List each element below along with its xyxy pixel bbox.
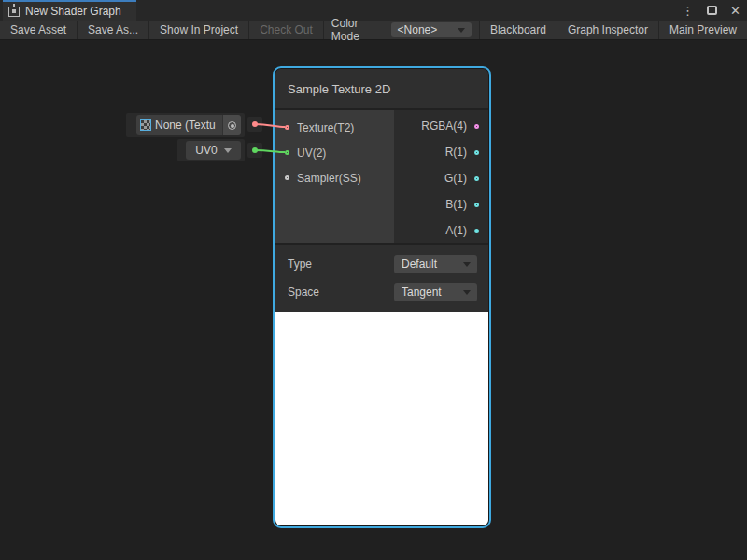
uv-edge-stub (247, 143, 262, 158)
texture-object-field[interactable]: None (Textu (136, 115, 241, 135)
save-as-button[interactable]: Save As... (78, 21, 149, 39)
window-menu-icon[interactable]: ⋮ (682, 5, 694, 17)
texture-edge-dot (252, 121, 258, 127)
tab-title: New Shader Graph (25, 5, 121, 18)
input-ports: Texture(T2) UV(2) Sampler(SS) (275, 110, 394, 243)
space-value: Tangent (402, 286, 442, 299)
save-asset-button[interactable]: Save Asset (0, 21, 78, 39)
uv-edge-dot (252, 147, 258, 153)
port-label: A(1) (445, 224, 467, 237)
output-port-a: A(1) (394, 217, 488, 244)
input-port-texture: Texture(T2) (275, 115, 394, 140)
close-icon[interactable]: ✕ (730, 5, 740, 17)
chevron-down-icon (224, 148, 232, 153)
port-icon[interactable] (474, 124, 479, 129)
show-in-project-button[interactable]: Show In Project (149, 21, 249, 39)
output-port-rgba: RGBA(4) (394, 113, 488, 139)
check-out-button[interactable]: Check Out (249, 21, 324, 39)
shader-graph-asset-icon (8, 7, 20, 17)
main-preview-button[interactable]: Main Preview (658, 21, 747, 39)
type-value: Default (402, 258, 437, 271)
input-port-uv: UV(2) (275, 140, 394, 165)
chevron-down-icon (458, 28, 465, 33)
port-label: B(1) (445, 198, 467, 211)
port-label: Texture(T2) (297, 121, 354, 134)
space-dropdown[interactable]: Tangent (394, 283, 477, 301)
input-port-sampler: Sampler(SS) (275, 165, 394, 190)
port-icon[interactable] (285, 175, 289, 180)
texture-edge-stub (247, 117, 262, 132)
chevron-down-icon (463, 290, 471, 295)
port-icon[interactable] (474, 229, 479, 233)
node-ports: Texture(T2) UV(2) Sampler(SS) RGBA(4) (275, 110, 488, 243)
texture-object-value: None (Textu (155, 119, 222, 132)
port-icon[interactable] (474, 176, 479, 181)
chevron-down-icon (463, 262, 471, 267)
port-label: R(1) (445, 146, 467, 159)
object-picker-icon (228, 121, 236, 130)
output-port-r: R(1) (394, 139, 488, 165)
port-label: G(1) (444, 172, 467, 185)
maximize-icon[interactable] (707, 6, 717, 15)
type-dropdown[interactable]: Default (394, 255, 477, 273)
object-picker-button[interactable] (222, 115, 241, 135)
texture-input-widget: None (Textu (126, 113, 245, 137)
node-controls: Type Default Space Tangent (275, 243, 488, 312)
tab-new-shader-graph[interactable]: New Shader Graph (3, 0, 136, 21)
output-port-g: G(1) (394, 165, 488, 191)
port-label: Sampler(SS) (297, 172, 361, 185)
uv-channel-value: UV0 (195, 144, 217, 157)
control-label: Space (288, 286, 319, 299)
graph-toolbar: Save Asset Save As... Show In Project Ch… (0, 21, 747, 40)
shader-graph-window: New Shader Graph ⋮ ✕ Save Asset Save As.… (0, 0, 747, 560)
color-mode-value: <None> (398, 23, 438, 36)
output-ports: RGBA(4) R(1) G(1) B(1) (394, 110, 488, 243)
control-row-type: Type Default (275, 250, 488, 278)
port-icon[interactable] (474, 150, 479, 155)
texture-2d-icon (140, 119, 151, 131)
port-icon[interactable] (285, 150, 289, 155)
color-mode-label: Color Mode (324, 21, 391, 39)
uv-channel-dropdown[interactable]: UV0 (186, 141, 241, 160)
port-label: UV(2) (297, 147, 326, 160)
blackboard-button[interactable]: Blackboard (479, 21, 557, 39)
node-sample-texture-2d[interactable]: Sample Texture 2D Texture(T2) UV(2) Samp… (273, 66, 491, 528)
output-port-b: B(1) (394, 191, 488, 217)
toolbar-right-group: Color Mode <None> Blackboard Graph Inspe… (324, 21, 747, 39)
control-label: Type (288, 258, 312, 271)
node-preview (275, 312, 488, 525)
node-body: Sample Texture 2D Texture(T2) UV(2) Samp… (275, 69, 488, 525)
graph-inspector-button[interactable]: Graph Inspector (557, 21, 658, 39)
port-icon[interactable] (474, 203, 479, 207)
node-title[interactable]: Sample Texture 2D (275, 69, 488, 110)
port-icon[interactable] (285, 125, 289, 130)
uv-input-widget: UV0 (177, 139, 245, 161)
window-controls: ⋮ ✕ (682, 0, 740, 21)
port-label: RGBA(4) (421, 119, 467, 133)
color-mode-dropdown[interactable]: <None> (391, 22, 472, 37)
control-row-space: Space Tangent (275, 278, 488, 306)
